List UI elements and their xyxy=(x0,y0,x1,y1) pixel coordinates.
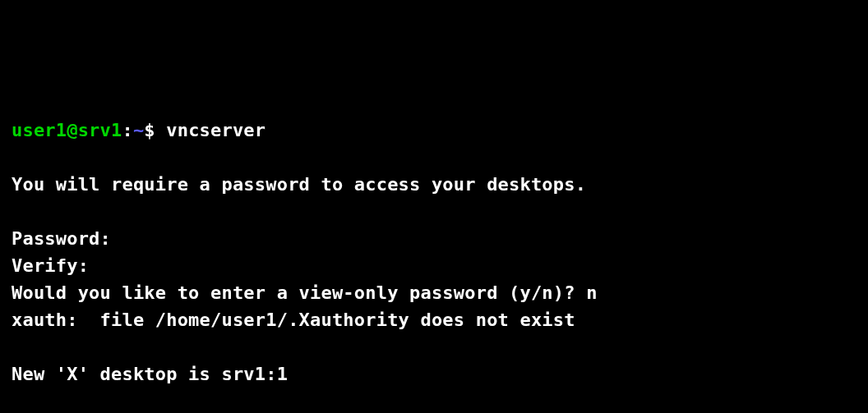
prompt-symbol: $ xyxy=(144,120,166,140)
prompt-path: ~ xyxy=(133,120,144,140)
output-new-desktop: New 'X' desktop is srv1:1 xyxy=(12,364,288,384)
output-view-only-question: Would you like to enter a view-only pass… xyxy=(12,282,598,303)
prompt-userhost: user1@srv1 xyxy=(12,120,122,140)
output-verify-prompt: Verify: xyxy=(12,255,89,276)
command-text: vncserver xyxy=(166,120,265,140)
terminal-output[interactable]: user1@srv1:~$ vncserver You will require… xyxy=(12,117,856,413)
prompt-separator: : xyxy=(122,120,132,140)
output-require-password: You will require a password to access yo… xyxy=(12,174,586,195)
output-password-prompt: Password: xyxy=(12,228,111,249)
output-xauth-message: xauth: file /home/user1/.Xauthority does… xyxy=(12,310,575,330)
